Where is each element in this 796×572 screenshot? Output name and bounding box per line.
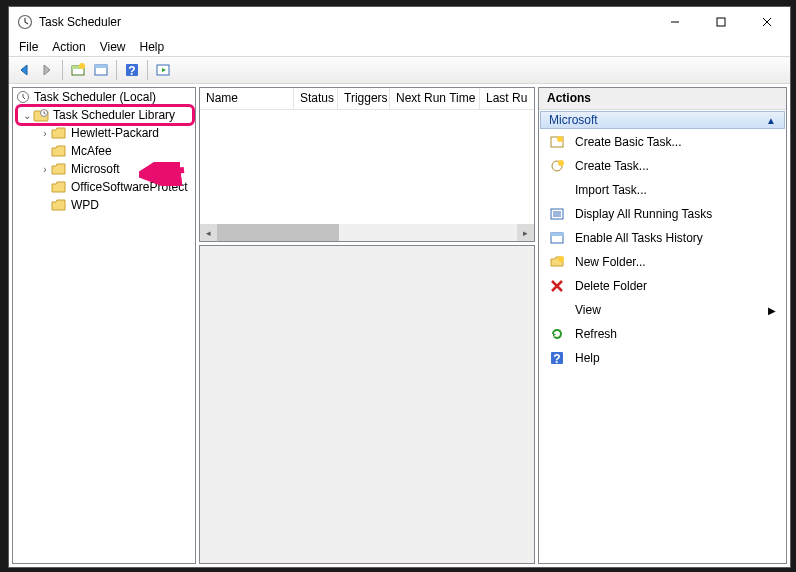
col-next-run[interactable]: Next Run Time (390, 88, 480, 109)
action-label: View (575, 303, 601, 317)
tree-pane[interactable]: Task Scheduler (Local) ⌄ Task Scheduler … (12, 87, 196, 564)
new-folder-icon (549, 254, 565, 270)
col-triggers[interactable]: Triggers (338, 88, 390, 109)
app-icon (17, 14, 33, 30)
close-button[interactable] (744, 7, 790, 37)
svg-text:?: ? (128, 64, 135, 78)
properties-icon[interactable] (90, 59, 112, 81)
tree-item-hp-label: Hewlett-Packard (71, 126, 159, 140)
svg-rect-6 (95, 65, 107, 68)
menu-help[interactable]: Help (140, 40, 165, 54)
menu-file[interactable]: File (19, 40, 38, 54)
task-icon (549, 158, 565, 174)
action-label: Display All Running Tasks (575, 207, 712, 221)
action-import-task[interactable]: Import Task... (539, 178, 786, 202)
action-help[interactable]: ? Help (539, 346, 786, 370)
action-label: Refresh (575, 327, 617, 341)
tree-item-microsoft-label: Microsoft (71, 162, 120, 176)
action-label: New Folder... (575, 255, 646, 269)
action-create-task[interactable]: Create Task... (539, 154, 786, 178)
svg-text:?: ? (553, 352, 560, 366)
list-body[interactable] (200, 110, 534, 224)
window-controls (652, 7, 790, 37)
actions-header: Actions (539, 88, 786, 110)
col-name[interactable]: Name (200, 88, 294, 109)
help-icon[interactable]: ? (121, 59, 143, 81)
maximize-button[interactable] (698, 7, 744, 37)
window-title: Task Scheduler (39, 15, 121, 29)
new-task-icon[interactable] (67, 59, 89, 81)
svg-point-20 (558, 256, 564, 262)
back-button[interactable] (13, 59, 35, 81)
blank-icon (549, 302, 565, 318)
svg-rect-1 (717, 18, 725, 26)
blank-icon (549, 182, 565, 198)
tree-item-mcafee-label: McAfee (71, 144, 112, 158)
collapse-icon[interactable]: ▲ (766, 115, 776, 126)
horizontal-scrollbar[interactable]: ◂ ▸ (200, 224, 534, 241)
action-enable-history[interactable]: Enable All Tasks History (539, 226, 786, 250)
folder-icon (51, 126, 67, 140)
list-header: Name Status Triggers Next Run Time Last … (200, 88, 534, 110)
tree-library[interactable]: ⌄ Task Scheduler Library (13, 106, 195, 124)
folder-icon (51, 180, 67, 194)
action-delete-folder[interactable]: Delete Folder (539, 274, 786, 298)
task-scheduler-window: Task Scheduler File Action View Help ? T… (8, 6, 791, 568)
scroll-left-icon[interactable]: ◂ (200, 224, 217, 241)
action-new-folder[interactable]: New Folder... (539, 250, 786, 274)
action-label: Enable All Tasks History (575, 231, 703, 245)
tree-item-wpd[interactable]: WPD (13, 196, 195, 214)
folder-icon (51, 162, 67, 176)
minimize-button[interactable] (652, 7, 698, 37)
action-label: Create Task... (575, 159, 649, 173)
folder-icon (51, 144, 67, 158)
tree-library-label: Task Scheduler Library (53, 108, 175, 122)
wizard-icon (549, 134, 565, 150)
tree-item-wpd-label: WPD (71, 198, 99, 212)
scroll-right-icon[interactable]: ▸ (517, 224, 534, 241)
actions-context[interactable]: Microsoft ▲ (540, 111, 785, 129)
action-view[interactable]: View ▶ (539, 298, 786, 322)
actions-pane: Actions Microsoft ▲ Create Basic Task...… (538, 87, 787, 564)
action-refresh[interactable]: Refresh (539, 322, 786, 346)
chevron-right-icon[interactable]: › (39, 128, 51, 139)
scroll-thumb[interactable] (217, 224, 339, 241)
help-icon: ? (549, 350, 565, 366)
list-icon (549, 206, 565, 222)
actions-context-label: Microsoft (549, 113, 598, 127)
tree-item-hp[interactable]: › Hewlett-Packard (13, 124, 195, 142)
menubar: File Action View Help (9, 37, 790, 56)
col-last-run[interactable]: Last Ru (480, 88, 528, 109)
menu-view[interactable]: View (100, 40, 126, 54)
chevron-right-icon[interactable]: › (39, 164, 51, 175)
center-column: Name Status Triggers Next Run Time Last … (199, 87, 535, 564)
detail-pane[interactable] (199, 245, 535, 564)
col-status[interactable]: Status (294, 88, 338, 109)
chevron-down-icon[interactable]: ⌄ (21, 110, 33, 121)
run-icon[interactable] (152, 59, 174, 81)
submenu-arrow-icon: ▶ (768, 305, 776, 316)
tree-item-osp-label: OfficeSoftwareProtect (71, 180, 188, 194)
delete-icon (549, 278, 565, 294)
task-list-pane[interactable]: Name Status Triggers Next Run Time Last … (199, 87, 535, 242)
action-create-basic-task[interactable]: Create Basic Task... (539, 130, 786, 154)
action-label: Delete Folder (575, 279, 647, 293)
library-icon (33, 108, 49, 122)
tree-item-microsoft[interactable]: › Microsoft (13, 160, 195, 178)
svg-rect-19 (551, 233, 563, 236)
folder-icon (51, 198, 67, 212)
menu-action[interactable]: Action (52, 40, 85, 54)
tree-root[interactable]: Task Scheduler (Local) (13, 88, 195, 106)
action-label: Help (575, 351, 600, 365)
action-display-running[interactable]: Display All Running Tasks (539, 202, 786, 226)
svg-point-14 (557, 136, 563, 142)
tree-item-mcafee[interactable]: McAfee (13, 142, 195, 160)
tree-item-osp[interactable]: OfficeSoftwareProtect (13, 178, 195, 196)
svg-point-4 (79, 63, 85, 69)
svg-point-16 (558, 160, 564, 166)
action-label: Import Task... (575, 183, 647, 197)
toolbar: ? (9, 56, 790, 84)
action-label: Create Basic Task... (575, 135, 682, 149)
forward-button[interactable] (36, 59, 58, 81)
history-icon (549, 230, 565, 246)
